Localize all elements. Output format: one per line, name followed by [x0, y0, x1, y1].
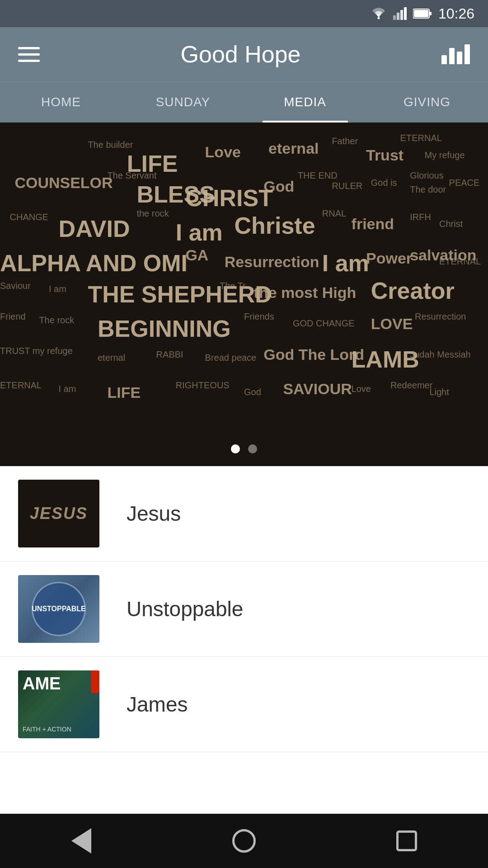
app-title: Good Hope — [181, 41, 301, 68]
carousel-dots — [231, 444, 257, 453]
svg-rect-6 — [429, 12, 432, 15]
header: Good Hope — [0, 27, 488, 81]
unstoppable-thumb-image: UNSTOPPABLE — [18, 575, 99, 643]
recents-square-icon — [396, 830, 417, 851]
jesus-title: Jesus — [127, 501, 181, 526]
status-bar: 10:26 — [0, 0, 488, 27]
jesus-thumb-image: JESUS — [18, 480, 99, 547]
battery-icon — [413, 8, 432, 19]
list-item[interactable]: JESUS Jesus — [0, 466, 488, 561]
svg-rect-4 — [404, 7, 407, 20]
unstoppable-title: Unstoppable — [127, 597, 243, 621]
tab-sunday[interactable]: SUNDAY — [122, 82, 244, 123]
status-icons: 10:26 — [371, 5, 474, 22]
unstoppable-thumbnail: UNSTOPPABLE — [18, 575, 99, 643]
carousel-dot-1[interactable] — [231, 444, 240, 453]
svg-rect-7 — [414, 10, 428, 17]
tab-home[interactable]: HOME — [0, 82, 122, 123]
svg-rect-2 — [397, 13, 399, 20]
james-title: James — [127, 692, 188, 717]
james-thumbnail: AME FAITH + ACTION — [18, 670, 99, 738]
home-button[interactable] — [226, 823, 262, 859]
svg-rect-3 — [400, 10, 403, 20]
word-cloud: The builder LIFE Love eternal Father Tru… — [0, 123, 488, 466]
back-button[interactable] — [63, 823, 99, 859]
list-item[interactable]: UNSTOPPABLE Unstoppable — [0, 561, 488, 657]
chart-button[interactable] — [441, 44, 470, 64]
back-arrow-icon — [71, 828, 91, 854]
list-item[interactable]: AME FAITH + ACTION James — [0, 657, 488, 752]
menu-button[interactable] — [18, 47, 40, 62]
hero-banner: The builder LIFE Love eternal Father Tru… — [0, 123, 488, 466]
wifi-icon — [371, 7, 387, 20]
recents-button[interactable] — [389, 823, 425, 859]
home-circle-icon — [232, 829, 256, 853]
carousel-dot-2[interactable] — [248, 444, 257, 453]
tab-media[interactable]: MEDIA — [244, 82, 366, 123]
status-time: 10:26 — [438, 5, 474, 22]
svg-point-0 — [377, 17, 380, 19]
svg-rect-1 — [393, 15, 396, 20]
signal-icon — [393, 7, 407, 20]
james-thumb-image: AME FAITH + ACTION — [18, 670, 99, 738]
tab-giving[interactable]: GIVING — [366, 82, 488, 123]
media-list: JESUS Jesus UNSTOPPABLE Unstoppable AME … — [0, 466, 488, 752]
jesus-thumbnail: JESUS — [18, 480, 99, 547]
bottom-nav — [0, 814, 488, 868]
nav-tabs: HOME SUNDAY MEDIA GIVING — [0, 81, 488, 123]
